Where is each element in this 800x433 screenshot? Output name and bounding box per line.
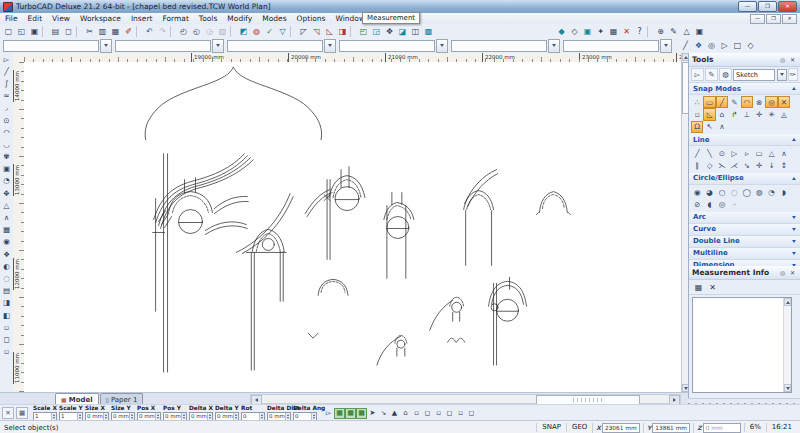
circle-tool-icon[interactable]: ◖ [703,198,715,210]
snap-mode-icon[interactable]: ▭ [703,96,715,108]
snap-mode-icon[interactable]: ✕ [778,96,790,108]
toolbar-icon[interactable]: ▧ [216,25,229,38]
circle-tool-icon[interactable]: ◯ [741,186,753,198]
spinner-control[interactable] [129,413,134,420]
mdi-window-button[interactable]: — [750,14,765,24]
draw-toolbar-icon[interactable]: ▷ [718,39,731,52]
line-tool-icon[interactable]: ▷ [728,147,740,159]
line-tool-icon[interactable]: △ [765,147,777,159]
toolbar-icon[interactable]: ◰ [357,25,370,38]
draw-toolbar-icon[interactable]: □ [731,39,744,52]
line-tool-icon[interactable]: ✛ [753,160,765,172]
line-tool-icon[interactable]: ↓ [765,160,777,172]
toolbar-icon[interactable]: | [136,26,142,37]
drawing-canvas[interactable] [24,62,681,392]
snap-status[interactable]: SNAP [536,423,566,432]
inspector-toolbar-icon[interactable]: ▦ [356,408,367,419]
snap-mode-icon[interactable]: ╱ [716,96,728,108]
canvas-horizontal-scrollbar[interactable] [250,394,681,404]
snap-mode-icon[interactable]: ▫ [691,108,703,120]
drawing-tool-icon[interactable]: ❖ [1,248,12,260]
toolbar-icon[interactable]: ✕ [620,25,633,38]
menu-item[interactable]: Insert [126,14,158,23]
circle-tool-icon[interactable]: ◍ [753,186,765,198]
menu-item[interactable]: Workspace [75,14,126,23]
snap-mode-icon[interactable]: ∴ [691,96,703,108]
section-circle-ellipse[interactable]: Circle/Ellipse [689,173,800,185]
collapsed-section-header[interactable]: Multiline [689,248,800,260]
snap-mode-icon[interactable]: Ω [691,121,703,133]
snap-mode-icon[interactable]: ⊥ [741,108,753,120]
toolbar-icon[interactable]: ✎ [667,25,680,38]
draw-toolbar-icon[interactable]: ❖ [692,39,705,52]
property-combo[interactable] [227,39,336,53]
circle-tool-icon[interactable]: ◎ [716,198,728,210]
drawing-tool-icon[interactable]: ✥ [1,187,12,199]
toolbar-icon[interactable]: ? [633,25,646,38]
toolbar-icon[interactable]: | [170,26,176,37]
expand-icon[interactable] [792,228,796,231]
window-control-button[interactable]: ❐ [758,1,777,12]
toolbar-icon[interactable]: ◱ [15,25,28,38]
toolbar-icon[interactable]: ▥ [96,25,109,38]
inspector-toolbar-icon[interactable]: ⌂ [400,408,411,419]
combo-dropdown-button[interactable] [212,39,224,53]
combo-dropdown-button[interactable] [548,39,560,53]
toolbar-icon[interactable]: ◹ [310,25,323,38]
drawing-tool-icon[interactable]: ▫ [1,346,12,358]
style-combo[interactable]: Sketch [733,69,775,81]
toolbar-icon[interactable]: ▽ [276,25,289,38]
menu-item[interactable]: Modes [257,14,291,23]
toolbar-icon[interactable]: | [350,26,356,37]
snap-mode-icon[interactable]: ◠ [741,96,753,108]
expand-icon[interactable] [792,252,796,255]
toolbar-icon[interactable]: | [290,26,296,37]
snap-mode-icon[interactable]: ✳ [765,108,777,120]
combo-value[interactable] [115,40,211,52]
spinner-control[interactable] [51,413,56,420]
palette-tool-icon[interactable]: ✎ [705,68,718,81]
toolbar-icon[interactable]: ◶ [203,25,216,38]
line-tool-icon[interactable]: ↘ [741,160,753,172]
toolbar-icon[interactable]: ▢ [2,25,15,38]
combo-dropdown-button[interactable] [100,39,112,53]
inspector-toolbar-icon[interactable]: ▦ [345,408,356,419]
line-tool-icon[interactable]: ↕ [778,160,790,172]
inspector-toolbar-icon[interactable]: ▦ [334,408,345,419]
inspector-toolbar-icon[interactable]: ▻ [323,408,334,419]
line-tool-icon[interactable]: ∧ [778,147,790,159]
circle-tool-icon[interactable]: ○ [716,186,728,198]
toolbar-icon[interactable]: ▣ [693,25,706,38]
toolbar-icon[interactable]: | [42,26,48,37]
mdi-window-button[interactable]: ❐ [766,14,781,24]
toolbar-icon[interactable]: ↶ [143,25,156,38]
collapse-icon[interactable] [792,87,796,90]
drawing-tool-icon[interactable]: ◌ [1,272,12,284]
window-control-button[interactable]: — [738,1,757,12]
circle-tool-icon[interactable]: ◕ [703,186,715,198]
drawing-tool-icon[interactable]: ◞ [1,102,12,114]
measurement-panel-header[interactable]: Measurement Info ◎✕ [689,266,800,280]
property-combo[interactable] [3,39,112,53]
combo-value[interactable] [3,40,99,52]
line-tool-icon[interactable]: ⊙ [716,147,728,159]
toolbar-icon[interactable]: ◻ [62,25,75,38]
spinner-control[interactable] [233,413,238,420]
toolbar-icon[interactable]: ✓ [263,25,276,38]
snap-mode-icon[interactable]: ◺ [703,108,715,120]
drawing-tool-icon[interactable]: ◔ [1,175,12,187]
collapsed-section-header[interactable]: Arc [689,212,800,224]
measurement-toolbar-icon[interactable]: ✕ [707,282,718,293]
inspector-toolbar-icon[interactable]: ▲ [389,408,400,419]
snap-mode-icon[interactable]: ⊗ [753,96,765,108]
toolbar-icon[interactable]: ⊕ [654,25,667,38]
draw-toolbar-icon[interactable]: ◇ [744,39,757,52]
coordinate-value[interactable]: 0 mm [703,423,741,433]
panel-header-icon[interactable]: ◎ [778,55,787,64]
property-combo[interactable] [451,39,560,53]
spinner-control[interactable] [259,413,264,420]
spinner-control[interactable] [207,413,212,420]
drawing-tool-icon[interactable]: ◧ [1,309,12,321]
collapse-icon[interactable] [792,177,796,180]
inspector-toolbar-icon[interactable]: ▫ [433,408,444,419]
